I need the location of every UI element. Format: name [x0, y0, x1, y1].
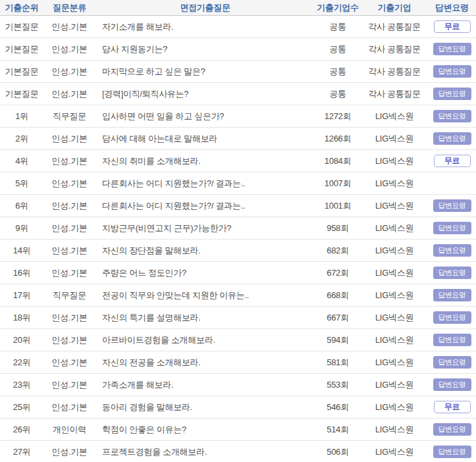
question-text: 학점이 안좋은 이유는? [95, 424, 315, 436]
table-row: 기본질문 인성.기본 자기소개를 해보라. 공통 각사 공통질문 무료 [0, 16, 476, 38]
rank-cell: 9위 [0, 222, 43, 234]
count-cell: 546회 [315, 401, 361, 413]
count-cell: 672회 [315, 267, 361, 279]
rank-cell: 25위 [0, 401, 43, 413]
answer-tips-button[interactable]: 답변요령 [433, 356, 471, 369]
company-cell: LIG넥스원 [361, 267, 428, 279]
question-text: 가족소개를 해보라. [95, 379, 315, 391]
category-cell: 인성.기본 [43, 43, 95, 55]
company-cell: LIG넥스원 [361, 379, 428, 391]
answer-tips-button[interactable]: 답변요령 [433, 423, 471, 436]
question-text: 마지막으로 하고 싶은 말은? [95, 66, 315, 78]
question-text: 지방근무(비연고지 근무)가능한가? [95, 222, 315, 234]
answer-tips-button[interactable]: 답변요령 [433, 311, 471, 324]
free-button[interactable]: 무료 [434, 401, 471, 413]
count-cell: 공통 [315, 21, 361, 33]
answer-tips-button[interactable]: 답변요령 [433, 199, 471, 212]
company-cell: LIG넥스원 [361, 245, 428, 257]
company-cell: LIG넥스원 [361, 334, 428, 346]
company-cell: LIG넥스원 [361, 133, 428, 145]
company-cell: LIG넥스원 [361, 111, 428, 122]
company-cell: LIG넥스원 [361, 401, 428, 413]
action-cell: 답변요령 [428, 378, 476, 391]
count-cell: 553회 [315, 379, 361, 391]
table-row: 20위 인성.기본 아르바이트경험을 소개해보라. 594회 LIG넥스원 답변… [0, 329, 476, 351]
answer-tips-button[interactable]: 답변요령 [433, 132, 471, 145]
column-header-rank: 기출순위 [0, 2, 43, 14]
action-cell: 답변요령 [428, 110, 476, 122]
question-text: 자신의 특기를 설명해보라. [95, 312, 315, 324]
rank-cell: 16위 [0, 267, 43, 279]
count-cell: 667회 [315, 312, 361, 324]
action-cell: 답변요령 [428, 289, 476, 301]
column-header-question: 면접기출질문 [95, 2, 315, 14]
question-text: 당사에 대해 아는대로 말해보라 [95, 133, 315, 145]
answer-tips-button[interactable]: 답변요령 [433, 222, 471, 234]
question-text: 자신의 장단점을 말해보라. [95, 245, 315, 257]
rank-cell: 22위 [0, 357, 43, 369]
answer-tips-button[interactable]: 답변요령 [433, 244, 471, 257]
table-row: 14위 인성.기본 자신의 장단점을 말해보라. 682회 LIG넥스원 답변요… [0, 240, 476, 262]
table-row: 기본질문 인성.기본 당사 지원동기는? 공통 각사 공통질문 답변요령 [0, 38, 476, 61]
answer-tips-button[interactable]: 답변요령 [433, 334, 471, 346]
company-cell: LIG넥스원 [361, 290, 428, 301]
company-cell: LIG넥스원 [361, 312, 428, 324]
category-cell: 인성.기본 [43, 21, 95, 33]
action-cell: 답변요령 [428, 446, 476, 458]
table-row: 9위 인성.기본 지방근무(비연고지 근무)가능한가? 958회 LIG넥스원 … [0, 217, 476, 240]
action-cell: 무료 [428, 20, 476, 33]
answer-tips-button[interactable]: 답변요령 [433, 110, 471, 122]
answer-tips-button[interactable]: 답변요령 [433, 65, 471, 78]
answer-tips-button[interactable]: 답변요령 [433, 289, 471, 301]
action-cell: 답변요령 [428, 132, 476, 145]
column-header-category: 질문분류 [43, 2, 95, 14]
rank-cell: 기본질문 [0, 66, 43, 78]
action-cell: 무료 [428, 155, 476, 167]
rank-cell: 기본질문 [0, 43, 43, 55]
count-cell: 668회 [315, 290, 361, 301]
company-cell: LIG넥스원 [361, 357, 428, 369]
answer-tips-button[interactable]: 답변요령 [433, 378, 471, 391]
question-text: [경력]이직/퇴직사유는? [95, 88, 315, 100]
free-button[interactable]: 무료 [434, 20, 471, 33]
table-row: 기본질문 인성.기본 [경력]이직/퇴직사유는? 공통 각사 공통질문 답변요령 [0, 83, 476, 105]
rank-cell: 기본질문 [0, 21, 43, 33]
rank-cell: 18위 [0, 312, 43, 324]
table-row: 18위 인성.기본 자신의 특기를 설명해보라. 667회 LIG넥스원 답변요… [0, 307, 476, 329]
question-text: 다른회사는 어디 지원했는가?/ 결과는.. [95, 178, 315, 190]
rank-cell: 6위 [0, 200, 43, 212]
table-row: 27위 인성.기본 프로젝트경험을 소개해보라. 506회 LIG넥스원 답변요… [0, 441, 476, 462]
question-text: 당사 지원동기는? [95, 43, 315, 55]
question-text: 입사하면 어떤 일을 하고 싶은가? [95, 111, 315, 122]
count-cell: 594회 [315, 334, 361, 346]
count-cell: 514회 [315, 424, 361, 436]
category-cell: 인성.기본 [43, 312, 95, 324]
category-cell: 인성.기본 [43, 379, 95, 391]
category-cell: 인성.기본 [43, 334, 95, 346]
rank-cell: 27위 [0, 446, 43, 458]
company-cell: 각사 공통질문 [361, 43, 428, 55]
answer-tips-button[interactable]: 답변요령 [433, 43, 471, 55]
rank-cell: 기본질문 [0, 88, 43, 100]
count-cell: 506회 [315, 446, 361, 458]
free-button[interactable]: 무료 [434, 155, 471, 167]
category-cell: 직무질문 [43, 111, 95, 122]
table-row: 26위 개인이력 학점이 안좋은 이유는? 514회 LIG넥스원 답변요령 [0, 419, 476, 441]
rank-cell: 4위 [0, 155, 43, 167]
company-cell: LIG넥스원 [361, 178, 428, 190]
count-cell: 682회 [315, 245, 361, 257]
table-row: 22위 인성.기본 자신의 전공을 소개해보라. 581회 LIG넥스원 답변요… [0, 351, 476, 374]
question-text: 자기소개를 해보라. [95, 21, 315, 33]
question-text: 전공이 직무와 안맞는데 지원한 이유는.. [95, 290, 315, 301]
count-cell: 공통 [315, 43, 361, 55]
action-cell: 무료 [428, 401, 476, 413]
question-text: 동아리 경험을 말해보라. [95, 401, 315, 413]
rank-cell: 17위 [0, 290, 43, 301]
answer-tips-button[interactable]: 답변요령 [433, 267, 471, 279]
action-cell: 답변요령 [428, 43, 476, 55]
count-cell: 958회 [315, 222, 361, 234]
answer-tips-button[interactable]: 답변요령 [433, 446, 471, 458]
category-cell: 인성.기본 [43, 88, 95, 100]
answer-tips-button[interactable]: 답변요령 [433, 88, 471, 100]
question-text: 프로젝트경험을 소개해보라. [95, 446, 315, 458]
